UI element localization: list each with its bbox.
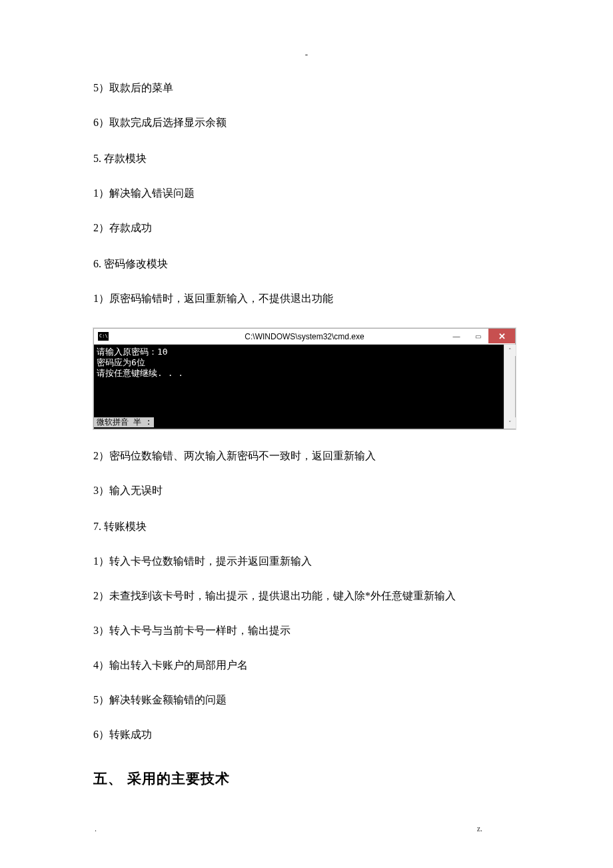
page-content: 5）取款后的菜单 6）取款完成后选择显示余额 5. 存款模块 1）解决输入错误问… xyxy=(0,0,613,788)
list-item: 5）解决转账金额输错的问题 xyxy=(93,692,520,708)
footer-left: . xyxy=(95,824,97,834)
list-item: 4）输出转入卡账户的局部用户名 xyxy=(93,657,520,673)
list-item: 1）转入卡号位数输错时，提示并返回重新输入 xyxy=(93,553,520,569)
cmd-line: 请输入原密码：10 xyxy=(97,347,501,357)
cmd-body: 请输入原密码：10 密码应为6位 请按任意键继续. . . 微软拼音 半 : ˄… xyxy=(94,345,515,429)
list-item: 6）转账成功 xyxy=(93,727,520,743)
cmd-line: 请按任意键继续. . . xyxy=(97,368,501,379)
footer-right: z. xyxy=(477,824,482,834)
close-button[interactable]: ✕ xyxy=(488,329,515,343)
ime-status: 微软拼音 半 : xyxy=(94,417,154,427)
list-item: 5）取款后的菜单 xyxy=(93,80,520,96)
list-item: 1）解决输入错误问题 xyxy=(93,185,520,201)
section-heading-deposit: 5. 存款模块 xyxy=(93,151,520,167)
window-controls: — ▭ ✕ xyxy=(446,329,515,343)
scroll-up-icon[interactable]: ˄ xyxy=(504,345,516,356)
main-heading: 五、 采用的主要技术 xyxy=(93,769,520,788)
section-heading-transfer: 7. 转账模块 xyxy=(93,519,520,535)
cmd-icon: C:\ xyxy=(98,332,109,341)
list-item: 2）未查找到该卡号时，输出提示，提供退出功能，键入除*外任意键重新输入 xyxy=(93,588,520,604)
cmd-output: 请输入原密码：10 密码应为6位 请按任意键继续. . . 微软拼音 半 : xyxy=(94,345,504,429)
cmd-titlebar: C:\ C:\WINDOWS\system32\cmd.exe — ▭ ✕ xyxy=(94,329,515,345)
scrollbar[interactable]: ˄ ˅ xyxy=(504,345,515,429)
list-item: 1）原密码输错时，返回重新输入，不提供退出功能 xyxy=(93,291,520,307)
section-heading-password: 6. 密码修改模块 xyxy=(93,256,520,272)
cmd-title: C:\WINDOWS\system32\cmd.exe xyxy=(245,332,364,341)
minimize-button[interactable]: — xyxy=(446,329,467,343)
cmd-line: 密码应为6位 xyxy=(97,357,501,368)
top-marker: - xyxy=(305,49,308,60)
list-item: 6）取款完成后选择显示余额 xyxy=(93,115,520,131)
cmd-window: C:\ C:\WINDOWS\system32\cmd.exe — ▭ ✕ 请输… xyxy=(93,328,516,429)
maximize-button[interactable]: ▭ xyxy=(467,329,488,343)
list-item: 3）输入无误时 xyxy=(93,483,520,499)
list-item: 2）存款成功 xyxy=(93,220,520,236)
scroll-down-icon[interactable]: ˅ xyxy=(504,417,516,429)
list-item: 2）密码位数输错、两次输入新密码不一致时，返回重新输入 xyxy=(93,448,520,464)
list-item: 3）转入卡号与当前卡号一样时，输出提示 xyxy=(93,623,520,639)
